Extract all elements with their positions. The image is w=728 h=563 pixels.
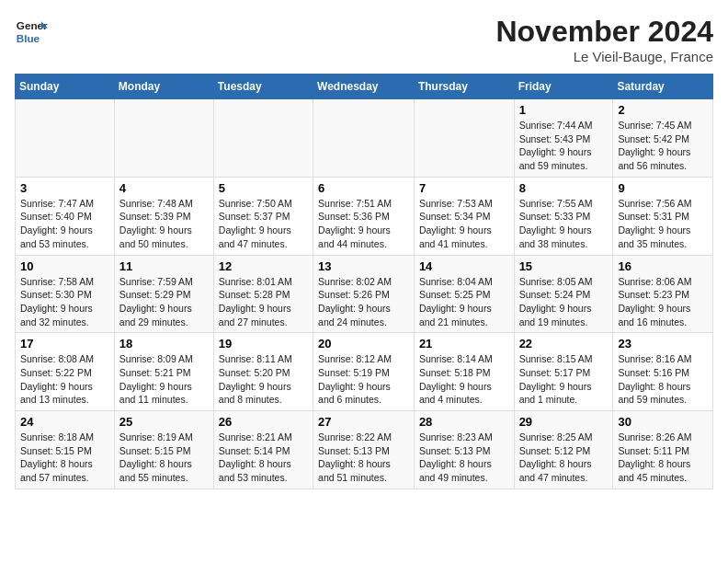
day-info: Sunrise: 8:12 AM Sunset: 5:19 PM Dayligh… <box>318 352 409 407</box>
calendar-cell: 30Sunrise: 8:26 AM Sunset: 5:11 PM Dayli… <box>613 411 713 489</box>
day-number: 30 <box>618 415 708 429</box>
day-number: 15 <box>519 259 609 273</box>
day-info: Sunrise: 8:21 AM Sunset: 5:14 PM Dayligh… <box>219 431 308 485</box>
weekday-header: Wednesday <box>313 75 415 99</box>
day-info: Sunrise: 8:25 AM Sunset: 5:12 PM Dayligh… <box>519 431 609 485</box>
day-info: Sunrise: 8:09 AM Sunset: 5:21 PM Dayligh… <box>119 352 209 407</box>
day-number: 12 <box>219 259 308 273</box>
calendar-cell: 4Sunrise: 7:48 AM Sunset: 5:39 PM Daylig… <box>114 177 213 255</box>
calendar-cell: 27Sunrise: 8:22 AM Sunset: 5:13 PM Dayli… <box>313 411 415 489</box>
calendar-cell: 23Sunrise: 8:16 AM Sunset: 5:16 PM Dayli… <box>613 333 713 411</box>
calendar-table: SundayMondayTuesdayWednesdayThursdayFrid… <box>15 74 713 489</box>
day-info: Sunrise: 7:47 AM Sunset: 5:40 PM Dayligh… <box>20 197 109 251</box>
day-number: 7 <box>419 181 509 195</box>
day-info: Sunrise: 8:02 AM Sunset: 5:26 PM Dayligh… <box>318 275 409 329</box>
weekday-header: Sunday <box>16 75 115 99</box>
svg-text:Blue: Blue <box>17 32 40 44</box>
day-number: 2 <box>618 103 708 117</box>
day-info: Sunrise: 7:50 AM Sunset: 5:37 PM Dayligh… <box>219 197 308 251</box>
day-info: Sunrise: 7:55 AM Sunset: 5:33 PM Dayligh… <box>519 197 609 251</box>
calendar-cell: 3Sunrise: 7:47 AM Sunset: 5:40 PM Daylig… <box>16 177 115 255</box>
day-info: Sunrise: 8:11 AM Sunset: 5:20 PM Dayligh… <box>219 352 308 407</box>
day-info: Sunrise: 7:58 AM Sunset: 5:30 PM Dayligh… <box>20 275 109 329</box>
weekday-header: Saturday <box>613 75 713 99</box>
day-number: 9 <box>618 181 708 195</box>
day-number: 13 <box>318 259 409 273</box>
day-info: Sunrise: 8:14 AM Sunset: 5:18 PM Dayligh… <box>419 352 509 407</box>
day-info: Sunrise: 8:08 AM Sunset: 5:22 PM Dayligh… <box>20 352 109 407</box>
day-info: Sunrise: 8:19 AM Sunset: 5:15 PM Dayligh… <box>119 431 209 485</box>
calendar-week-row: 3Sunrise: 7:47 AM Sunset: 5:40 PM Daylig… <box>16 177 713 255</box>
calendar-cell: 29Sunrise: 8:25 AM Sunset: 5:12 PM Dayli… <box>514 411 613 489</box>
day-info: Sunrise: 7:48 AM Sunset: 5:39 PM Dayligh… <box>119 197 209 251</box>
calendar-cell: 21Sunrise: 8:14 AM Sunset: 5:18 PM Dayli… <box>414 333 514 411</box>
month-title: November 2024 <box>495 15 713 49</box>
calendar-cell: 1Sunrise: 7:44 AM Sunset: 5:43 PM Daylig… <box>514 99 613 178</box>
day-info: Sunrise: 8:16 AM Sunset: 5:16 PM Dayligh… <box>618 352 708 407</box>
day-number: 21 <box>419 337 509 350</box>
day-info: Sunrise: 8:23 AM Sunset: 5:13 PM Dayligh… <box>419 431 509 485</box>
calendar-week-row: 24Sunrise: 8:18 AM Sunset: 5:15 PM Dayli… <box>16 411 713 489</box>
day-number: 26 <box>219 415 308 429</box>
calendar-cell: 9Sunrise: 7:56 AM Sunset: 5:31 PM Daylig… <box>613 177 713 255</box>
day-info: Sunrise: 8:01 AM Sunset: 5:28 PM Dayligh… <box>219 275 308 329</box>
day-info: Sunrise: 8:04 AM Sunset: 5:25 PM Dayligh… <box>419 275 509 329</box>
calendar-cell: 18Sunrise: 8:09 AM Sunset: 5:21 PM Dayli… <box>114 333 213 411</box>
day-number: 6 <box>318 181 409 195</box>
day-number: 1 <box>519 103 609 117</box>
day-info: Sunrise: 8:26 AM Sunset: 5:11 PM Dayligh… <box>618 431 708 485</box>
calendar-cell: 13Sunrise: 8:02 AM Sunset: 5:26 PM Dayli… <box>313 255 415 333</box>
calendar-cell: 19Sunrise: 8:11 AM Sunset: 5:20 PM Dayli… <box>213 333 313 411</box>
day-info: Sunrise: 8:05 AM Sunset: 5:24 PM Dayligh… <box>519 275 609 329</box>
calendar-cell: 24Sunrise: 8:18 AM Sunset: 5:15 PM Dayli… <box>16 411 115 489</box>
day-number: 10 <box>20 259 109 273</box>
calendar-cell: 15Sunrise: 8:05 AM Sunset: 5:24 PM Dayli… <box>514 255 613 333</box>
day-info: Sunrise: 7:44 AM Sunset: 5:43 PM Dayligh… <box>519 119 609 173</box>
weekday-header: Thursday <box>414 75 514 99</box>
title-section: November 2024 Le Vieil-Bauge, France <box>495 15 713 64</box>
day-info: Sunrise: 8:18 AM Sunset: 5:15 PM Dayligh… <box>20 431 109 485</box>
calendar-header-row: SundayMondayTuesdayWednesdayThursdayFrid… <box>16 75 713 99</box>
calendar-cell: 11Sunrise: 7:59 AM Sunset: 5:29 PM Dayli… <box>114 255 213 333</box>
calendar-cell: 5Sunrise: 7:50 AM Sunset: 5:37 PM Daylig… <box>213 177 313 255</box>
day-number: 27 <box>318 415 409 429</box>
calendar-cell: 6Sunrise: 7:51 AM Sunset: 5:36 PM Daylig… <box>313 177 415 255</box>
day-info: Sunrise: 7:45 AM Sunset: 5:42 PM Dayligh… <box>618 119 708 173</box>
logo: General Blue <box>15 15 48 48</box>
day-number: 29 <box>519 415 609 429</box>
calendar-cell: 7Sunrise: 7:53 AM Sunset: 5:34 PM Daylig… <box>414 177 514 255</box>
day-info: Sunrise: 7:51 AM Sunset: 5:36 PM Dayligh… <box>318 197 409 251</box>
day-number: 8 <box>519 181 609 195</box>
weekday-header: Tuesday <box>213 75 313 99</box>
day-number: 17 <box>20 337 109 350</box>
calendar-cell <box>313 99 415 178</box>
day-number: 19 <box>219 337 308 350</box>
day-info: Sunrise: 7:56 AM Sunset: 5:31 PM Dayligh… <box>618 197 708 251</box>
calendar-cell <box>16 99 115 178</box>
day-number: 24 <box>20 415 109 429</box>
calendar-week-row: 1Sunrise: 7:44 AM Sunset: 5:43 PM Daylig… <box>16 99 713 178</box>
logo-icon: General Blue <box>15 15 48 48</box>
calendar-cell: 16Sunrise: 8:06 AM Sunset: 5:23 PM Dayli… <box>613 255 713 333</box>
day-number: 4 <box>119 181 209 195</box>
calendar-cell: 22Sunrise: 8:15 AM Sunset: 5:17 PM Dayli… <box>514 333 613 411</box>
day-number: 23 <box>618 337 708 350</box>
calendar-week-row: 10Sunrise: 7:58 AM Sunset: 5:30 PM Dayli… <box>16 255 713 333</box>
calendar-cell: 28Sunrise: 8:23 AM Sunset: 5:13 PM Dayli… <box>414 411 514 489</box>
day-info: Sunrise: 8:15 AM Sunset: 5:17 PM Dayligh… <box>519 352 609 407</box>
calendar-cell <box>414 99 514 178</box>
day-number: 25 <box>119 415 209 429</box>
location-title: Le Vieil-Bauge, France <box>495 49 713 64</box>
day-number: 18 <box>119 337 209 350</box>
day-number: 5 <box>219 181 308 195</box>
weekday-header: Friday <box>514 75 613 99</box>
day-number: 20 <box>318 337 409 350</box>
calendar-cell: 17Sunrise: 8:08 AM Sunset: 5:22 PM Dayli… <box>16 333 115 411</box>
day-number: 11 <box>119 259 209 273</box>
day-number: 3 <box>20 181 109 195</box>
calendar-cell: 14Sunrise: 8:04 AM Sunset: 5:25 PM Dayli… <box>414 255 514 333</box>
day-info: Sunrise: 7:53 AM Sunset: 5:34 PM Dayligh… <box>419 197 509 251</box>
calendar-cell: 8Sunrise: 7:55 AM Sunset: 5:33 PM Daylig… <box>514 177 613 255</box>
page-header: General Blue November 2024 Le Vieil-Baug… <box>15 15 713 64</box>
calendar-cell: 25Sunrise: 8:19 AM Sunset: 5:15 PM Dayli… <box>114 411 213 489</box>
